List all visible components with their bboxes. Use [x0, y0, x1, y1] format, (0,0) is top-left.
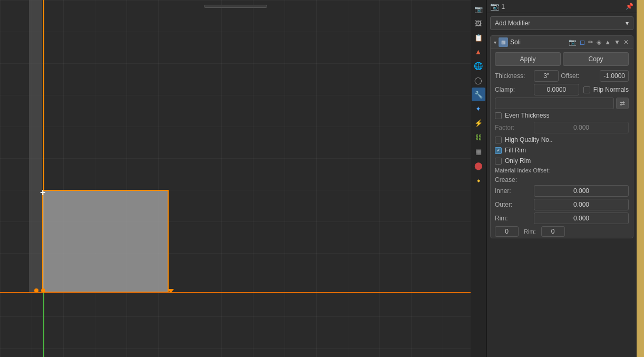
arrow-input-left[interactable] [495, 98, 614, 109]
high-quality-label: High Quality No.. [505, 136, 553, 143]
mat-index-vals-row: 0 Rim: 0 [491, 225, 633, 238]
offset-value[interactable]: -1.0000 [600, 70, 629, 82]
even-thickness-row: Even Thickness [491, 110, 633, 121]
modifier-edit-icon[interactable]: ✏ [587, 38, 594, 46]
scene-icon[interactable]: ▲ [472, 45, 485, 59]
action-buttons-row: Apply Copy [491, 49, 633, 69]
swap-button[interactable]: ⇄ [616, 98, 629, 109]
modifier-block: ▾ ▩ Soli 📷 ◻ ✏ ◈ ▲ ▼ ✕ Apply [490, 35, 633, 238]
viewport-topbar [0, 0, 471, 13]
modifier-cage-icon[interactable]: ◈ [596, 38, 602, 46]
only-rim-checkbox[interactable] [495, 158, 502, 165]
panel-number: 1 [501, 3, 505, 11]
copy-button[interactable]: Copy [563, 52, 629, 66]
mat-val-2[interactable]: 0 [541, 226, 565, 237]
world-icon[interactable]: 🌐 [472, 59, 485, 73]
right-strip [637, 0, 644, 357]
render-icon[interactable]: 📷 [472, 2, 485, 16]
material-index-label: Material Index Offset: [495, 167, 629, 173]
modifier-collapse-arrow[interactable]: ▾ [494, 40, 496, 45]
modifier-close-icon[interactable]: ✕ [622, 38, 630, 46]
horiz-orange-line [0, 292, 471, 293]
fill-rim-label: Fill Rim [505, 147, 526, 154]
thickness-offset-row: Thickness: 3" Offset: -1.0000 [491, 69, 633, 83]
inner-outer-row: Inner: 0.000 [491, 184, 633, 198]
crosshair [40, 187, 46, 198]
modifier-header: ▾ ▩ Soli 📷 ◻ ✏ ◈ ▲ ▼ ✕ [491, 36, 633, 49]
inner-value[interactable]: 0.000 [534, 185, 629, 197]
panel-header: 📷 1 📌 [487, 0, 637, 13]
fill-rim-checkbox[interactable]: ✓ [495, 147, 502, 154]
outer-row: Outer: 0.000 [491, 198, 633, 211]
dot-orange-2 [41, 288, 45, 293]
outer-label: Outer: [495, 201, 532, 208]
shader-icon[interactable]: ⬥ [472, 173, 485, 187]
high-quality-checkbox[interactable] [495, 137, 502, 143]
rim-label: Rim: [495, 215, 532, 222]
offset-field: Offset: -1.0000 [561, 70, 629, 82]
constraint-icon[interactable]: ⛓ [472, 130, 485, 144]
modifier-type-icon: ▩ [499, 37, 508, 47]
thickness-field: Thickness: 3" [495, 70, 559, 82]
offset-label: Offset: [561, 72, 598, 80]
crease-section-label: Crease: [491, 175, 633, 184]
only-rim-row: Only Rim [491, 156, 633, 166]
modifier-name-label: Soli [510, 38, 521, 46]
object-outline [42, 190, 169, 293]
rim-label-2: Rim: [521, 228, 539, 235]
apply-button[interactable]: Apply [495, 52, 561, 66]
left-gray-bar [29, 0, 42, 293]
thickness-value[interactable]: 3" [534, 70, 559, 82]
even-thickness-checkbox[interactable] [495, 112, 502, 119]
modifier-icon[interactable]: 🔧 [472, 88, 485, 101]
factor-row: Factor: 0.000 [491, 121, 633, 134]
properties-panel: 📷 1 📌 Add Modifier ▾ ▾ ▩ Soli 📷 ◻ ✏ ◈ ▲ [486, 0, 637, 357]
material-icon[interactable]: ⬤ [472, 159, 485, 172]
modifier-viewport-icon[interactable]: ◻ [579, 38, 586, 46]
viewport-select[interactable] [204, 5, 267, 8]
outer-field: Outer: 0.000 [495, 199, 629, 210]
header-camera-icon: 📷 [490, 2, 499, 11]
arrow-widget-row: ⇄ [491, 97, 633, 110]
factor-value[interactable]: 0.000 [534, 122, 629, 133]
clamp-flipnormals-row: Clamp: 0.0000 Flip Normals [491, 83, 633, 97]
flip-normals-checkbox[interactable] [583, 86, 590, 93]
add-modifier-dropdown[interactable]: Add Modifier ▾ [490, 16, 633, 30]
data-icon[interactable]: ▦ [472, 144, 485, 158]
outer-value[interactable]: 0.000 [534, 199, 629, 210]
rim-value[interactable]: 0.000 [534, 213, 629, 224]
factor-label: Factor: [495, 124, 532, 131]
clamp-field: Clamp: 0.0000 [495, 84, 579, 95]
clamp-label: Clamp: [495, 86, 532, 93]
object-icon[interactable]: ◯ [472, 73, 485, 87]
add-modifier-label: Add Modifier [495, 20, 530, 27]
clamp-value[interactable]: 0.0000 [534, 84, 579, 95]
fill-rim-row: ✓ Fill Rim [491, 145, 633, 156]
flip-normals-row: Flip Normals [583, 84, 629, 95]
viewport-grid [0, 0, 471, 357]
rim-field: Rim: 0.000 [495, 213, 629, 224]
modifier-header-icons: 📷 ◻ ✏ ◈ ▲ ▼ ✕ [568, 38, 630, 46]
dot-orange-1 [34, 288, 38, 293]
physics-icon[interactable]: ⚡ [472, 116, 485, 130]
particles-icon[interactable]: ✦ [472, 102, 485, 115]
pin-icon[interactable]: 📌 [626, 3, 633, 10]
only-rim-label: Only Rim [505, 157, 531, 165]
tri-marker [168, 289, 174, 293]
inner-label: Inner: [495, 187, 532, 195]
add-modifier-arrow: ▾ [626, 20, 629, 27]
view-layer-icon[interactable]: 📋 [472, 31, 485, 44]
thickness-label: Thickness: [495, 72, 532, 80]
inner-field: Inner: 0.000 [495, 185, 629, 197]
modifier-down-icon[interactable]: ▼ [613, 38, 621, 46]
even-thickness-label: Even Thickness [505, 112, 550, 119]
viewport[interactable] [0, 0, 471, 357]
mat-val-1[interactable]: 0 [495, 226, 519, 237]
material-index-row: Material Index Offset: [491, 166, 633, 175]
properties-sidebar: 📷 🖼 📋 ▲ 🌐 ◯ 🔧 ✦ ⚡ ⛓ ▦ ⬤ ⬥ [471, 0, 486, 357]
modifier-render-icon[interactable]: 📷 [568, 38, 578, 46]
output-icon[interactable]: 🖼 [472, 16, 485, 30]
modifier-up-icon[interactable]: ▲ [603, 38, 612, 46]
high-quality-row: High Quality No.. [491, 134, 633, 145]
rim-row: Rim: 0.000 [491, 211, 633, 225]
